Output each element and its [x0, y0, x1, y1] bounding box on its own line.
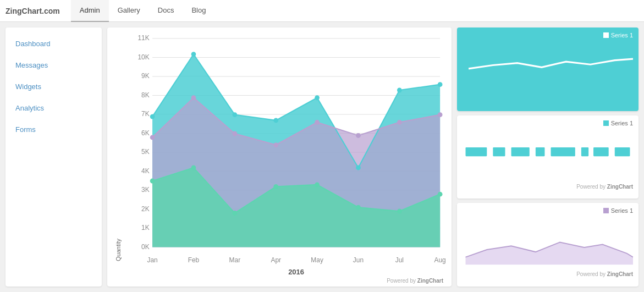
svg-text:10K: 10K [137, 53, 149, 61]
nav-item-admin[interactable]: Admin [71, 0, 109, 22]
mini-chart-3-powered-by: Powered by ZingChart [463, 271, 633, 277]
dot [233, 112, 238, 117]
mini-chart-3: Series 1 Powered by ZingChart [457, 203, 639, 287]
svg-text:Apr: Apr [271, 256, 281, 264]
svg-rect-34 [603, 32, 609, 38]
mini-chart-2-powered-by: Powered by ZingChart [463, 184, 633, 190]
mini-line [469, 59, 633, 69]
y-axis-label: Quantity [113, 33, 124, 261]
mini-area [466, 243, 633, 265]
svg-text:5K: 5K [141, 148, 150, 156]
svg-text:Feb: Feb [188, 256, 200, 264]
svg-rect-35 [603, 120, 609, 126]
dot [273, 142, 278, 147]
brand-logo: ZingChart.com [5, 7, 60, 15]
svg-text:1K: 1K [141, 224, 150, 232]
sidebar-item-dashboard[interactable]: Dashboard [5, 33, 102, 54]
svg-rect-36 [466, 147, 487, 156]
sidebar-item-messages[interactable]: Messages [5, 54, 102, 76]
nav-item-blog[interactable]: Blog [183, 0, 214, 22]
right-panel: Series 1 Series 1 [457, 27, 639, 287]
dot [356, 133, 361, 138]
sidebar-item-analytics[interactable]: Analytics [5, 97, 102, 119]
dot [315, 120, 320, 125]
dot [397, 88, 402, 93]
dot [438, 112, 443, 117]
svg-rect-37 [493, 147, 505, 156]
svg-text:2016: 2016 [288, 268, 304, 276]
svg-text:6K: 6K [141, 129, 150, 137]
dot [356, 205, 361, 210]
series2-legend-icon [603, 120, 609, 126]
svg-rect-43 [615, 147, 630, 156]
dot [315, 95, 320, 100]
svg-text:8K: 8K [141, 91, 150, 99]
svg-text:2K: 2K [141, 205, 150, 213]
svg-text:0K: 0K [141, 243, 150, 251]
main-chart-svg: 0K 1K 2K 3K 4K 5K 6K 7K 8K 9K 10K 11K Ja… [124, 33, 446, 278]
svg-rect-44 [603, 208, 609, 213]
svg-text:7K: 7K [141, 110, 150, 118]
dot [397, 209, 402, 214]
mini-chart-3-svg [463, 216, 633, 268]
mini-chart-1: Series 1 [457, 27, 639, 111]
dot [438, 82, 443, 87]
dot [397, 120, 402, 125]
sidebar-item-widgets[interactable]: Widgets [5, 76, 102, 97]
svg-text:Jan: Jan [147, 256, 157, 264]
svg-rect-42 [593, 147, 609, 156]
svg-text:3K: 3K [141, 186, 150, 194]
svg-rect-40 [551, 147, 575, 156]
sidebar-item-forms[interactable]: Forms [5, 119, 102, 140]
dot [150, 179, 155, 184]
chart-powered-by: Powered by ZingChart [113, 278, 446, 284]
mini-chart-1-svg [463, 41, 633, 97]
main-layout: Dashboard Messages Widgets Analytics For… [0, 22, 644, 292]
nav-items: Admin Gallery Docs Blog [71, 0, 215, 22]
series1-legend-icon [603, 32, 609, 38]
top-nav: ZingChart.com Admin Gallery Docs Blog [0, 0, 644, 22]
dot [438, 192, 443, 197]
dot [191, 52, 196, 57]
dot [150, 114, 155, 119]
dot [233, 131, 238, 136]
dot [150, 135, 155, 140]
dot [315, 182, 320, 187]
dot [273, 184, 278, 189]
svg-text:May: May [311, 256, 323, 264]
dot [191, 166, 196, 170]
dot [273, 118, 278, 123]
mini-chart-1-series-label: Series 1 [463, 32, 633, 38]
series3-legend-icon [603, 208, 609, 213]
mini-chart-2-series-label: Series 1 [463, 120, 633, 126]
nav-item-docs[interactable]: Docs [149, 0, 183, 22]
svg-text:9K: 9K [141, 72, 150, 80]
svg-rect-38 [511, 147, 530, 156]
dot [356, 166, 361, 170]
dot [191, 95, 196, 100]
svg-text:Mar: Mar [229, 256, 241, 264]
mini-chart-2-svg [463, 129, 633, 181]
chart-area: Quantity [107, 27, 452, 287]
svg-text:Jul: Jul [395, 256, 404, 264]
svg-text:4K: 4K [141, 167, 150, 175]
svg-rect-41 [581, 147, 588, 156]
svg-text:Aug: Aug [434, 256, 446, 264]
mini-chart-2: Series 1 Powered by ZingChart [457, 115, 639, 199]
svg-rect-39 [536, 147, 545, 156]
svg-text:11K: 11K [137, 34, 149, 42]
svg-text:Jun: Jun [353, 256, 364, 264]
sidebar: Dashboard Messages Widgets Analytics For… [5, 27, 102, 287]
nav-item-gallery[interactable]: Gallery [109, 0, 149, 22]
dot [233, 211, 238, 216]
mini-chart-3-series-label: Series 1 [463, 207, 633, 214]
